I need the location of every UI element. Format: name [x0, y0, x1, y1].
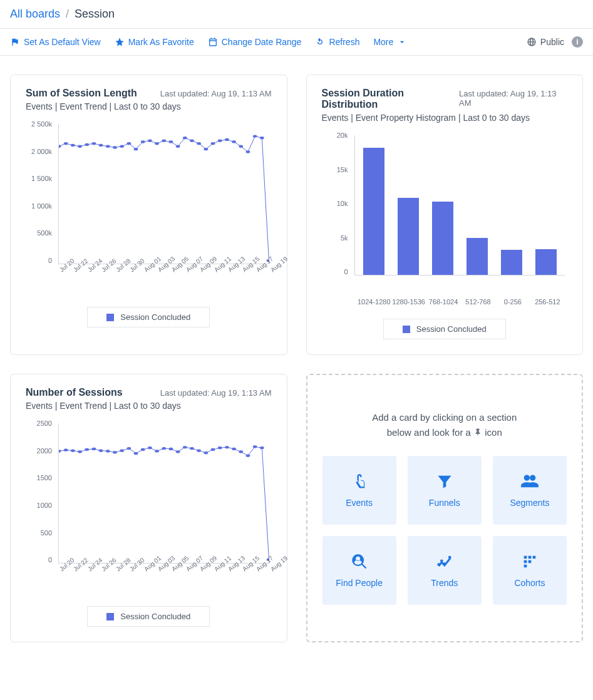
svg-point-51	[197, 450, 201, 452]
svg-point-17	[176, 145, 180, 147]
bar[interactable]	[501, 250, 522, 275]
bar[interactable]	[363, 148, 384, 275]
set-default-button[interactable]: Set As Default View	[10, 37, 101, 47]
plot-area	[354, 135, 565, 275]
svg-point-46	[162, 447, 166, 450]
public-indicator[interactable]: Public	[527, 37, 564, 47]
card-updated: Last updated: Aug 19, 1:13 AM	[459, 89, 567, 108]
bar[interactable]	[398, 198, 419, 275]
tile-cohorts[interactable]: Cohorts	[493, 536, 567, 605]
breadcrumb-sep: /	[66, 8, 69, 20]
tile-label: Funnels	[429, 498, 460, 508]
x-axis: Jul 20Jul 22Jul 24Jul 26Jul 28Jul 30Aug …	[58, 564, 269, 586]
svg-point-53	[211, 448, 215, 451]
refresh-button[interactable]: Refresh	[315, 37, 359, 47]
date-range-button[interactable]: Change Date Range	[208, 37, 302, 47]
svg-point-64	[443, 562, 446, 565]
svg-point-36	[92, 448, 96, 450]
svg-point-8	[113, 146, 117, 148]
svg-point-31	[59, 450, 61, 453]
legend-swatch	[106, 613, 114, 620]
y-axis: 2 500k2 000k1 500k1 000k500k0	[26, 120, 56, 264]
breadcrumb: All boards / Session	[0, 0, 593, 29]
add-card-panel: Add a card by clicking on a section belo…	[306, 374, 584, 642]
svg-point-41	[126, 447, 131, 450]
flag-icon	[10, 37, 20, 47]
svg-point-20	[197, 142, 201, 145]
svg-point-60	[260, 446, 264, 449]
svg-point-14	[155, 142, 159, 145]
svg-point-57	[239, 450, 243, 453]
card-title: Sum of Session Length	[26, 88, 137, 99]
card-updated: Last updated: Aug 19, 1:13 AM	[160, 388, 272, 398]
svg-point-28	[253, 135, 257, 137]
svg-point-35	[85, 448, 89, 451]
legend-swatch	[403, 326, 410, 333]
svg-point-48	[176, 450, 180, 453]
svg-point-5	[92, 142, 96, 145]
svg-point-3	[78, 145, 82, 147]
legend-item[interactable]: Session Concluded	[87, 307, 210, 327]
svg-point-45	[155, 450, 159, 453]
svg-point-22	[211, 142, 215, 145]
svg-point-24	[225, 138, 229, 141]
y-axis: 20k15k10k5k0	[322, 131, 352, 275]
public-label: Public	[540, 37, 564, 47]
people-icon	[521, 473, 539, 490]
legend-item[interactable]: Session Concluded	[87, 606, 210, 627]
tile-segments[interactable]: Segments	[493, 456, 567, 525]
svg-point-6	[99, 144, 103, 147]
favorite-label: Mark As Favorite	[128, 37, 194, 47]
svg-point-52	[204, 451, 208, 454]
tile-label: Events	[346, 498, 373, 508]
svg-point-59	[253, 445, 257, 448]
svg-point-56	[232, 448, 236, 450]
legend: Session Concluded	[26, 307, 272, 327]
line-chart[interactable]: 2 500k2 000k1 500k1 000k500k0 Jul 20Jul …	[26, 120, 272, 283]
svg-point-34	[78, 450, 82, 453]
card-subtitle: Events | Event Trend | Last 0 to 30 days	[26, 401, 272, 411]
svg-point-21	[204, 148, 208, 150]
svg-point-25	[232, 140, 236, 143]
more-label: More	[373, 37, 393, 47]
plot-area	[58, 124, 269, 264]
svg-point-50	[190, 447, 194, 450]
bar[interactable]	[432, 202, 453, 275]
refresh-icon	[315, 37, 325, 47]
legend-item[interactable]: Session Concluded	[383, 319, 506, 339]
tile-trends[interactable]: Trends	[408, 536, 482, 605]
tile-label: Segments	[510, 498, 549, 508]
svg-point-23	[218, 140, 222, 142]
add-card-text: Add a card by clicking on a section belo…	[322, 410, 567, 441]
tile-funnels[interactable]: Funnels	[408, 456, 482, 525]
breadcrumb-current: Session	[75, 8, 115, 20]
svg-point-13	[148, 140, 152, 142]
svg-point-37	[99, 450, 103, 452]
svg-point-38	[106, 450, 110, 453]
card-session-distribution: Session Duration Distribution Last updat…	[306, 75, 584, 355]
card-sum-session-length: Sum of Session Length Last updated: Aug …	[10, 75, 287, 355]
set-default-label: Set As Default View	[24, 37, 101, 47]
svg-point-2	[71, 144, 75, 147]
breadcrumb-root[interactable]: All boards	[10, 8, 60, 20]
bar[interactable]	[467, 238, 488, 275]
legend: Session Concluded	[26, 606, 272, 627]
toolbar: Set As Default View Mark As Favorite Cha…	[0, 29, 593, 56]
svg-point-9	[120, 145, 124, 147]
favorite-button[interactable]: Mark As Favorite	[115, 37, 194, 47]
tile-events[interactable]: Events	[322, 456, 396, 525]
card-grid: Sum of Session Length Last updated: Aug …	[0, 56, 593, 661]
svg-point-16	[169, 140, 173, 143]
card-title: Session Duration Distribution	[322, 88, 460, 110]
more-button[interactable]: More	[373, 37, 407, 47]
line-chart[interactable]: 25002000150010005000 Jul 20Jul 22Jul 24J…	[26, 419, 272, 582]
x-axis: Jul 20Jul 22Jul 24Jul 26Jul 28Jul 30Aug …	[58, 264, 269, 287]
bar[interactable]	[535, 249, 557, 275]
bar-chart[interactable]: 20k15k10k5k0	[322, 131, 568, 294]
tile-find-people[interactable]: Find People	[322, 536, 396, 605]
legend-label: Session Concluded	[120, 612, 190, 621]
svg-point-27	[246, 150, 250, 153]
info-icon[interactable]: i	[572, 36, 583, 48]
tile-label: Trends	[431, 578, 458, 588]
svg-point-4	[85, 143, 89, 146]
